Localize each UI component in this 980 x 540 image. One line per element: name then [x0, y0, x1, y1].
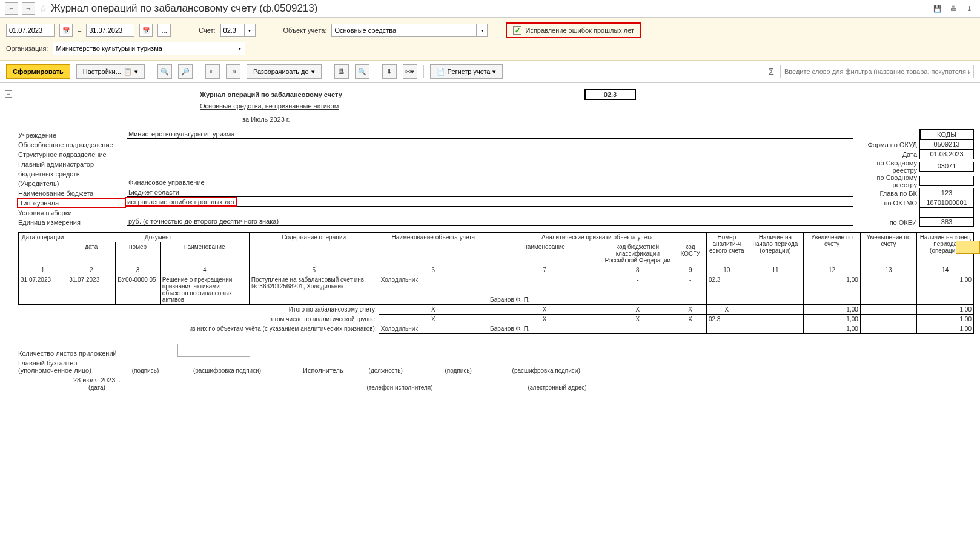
meta-inst-val: Министерство культуры и туризма — [127, 130, 853, 139]
table-row[interactable]: 31.07.2023 31.07.2023 БУ00-0000 05 Решен… — [19, 275, 974, 305]
object-label: Объект учёта: — [283, 27, 327, 34]
meta-sep-label: Обособленное подразделение — [18, 141, 127, 148]
report-title: Журнал операций по забалансовому счету — [200, 91, 342, 98]
report-footer: Количество листов приложений Главный бух… — [18, 344, 974, 391]
find-icon[interactable]: 🔍 — [157, 64, 172, 79]
settings-button[interactable]: Настройки... 📋▾ — [76, 64, 145, 79]
print-icon[interactable]: 🖶 — [947, 2, 959, 15]
code-date: 01.08.2023 — [919, 150, 974, 159]
code-svod1: 03071 — [919, 162, 974, 172]
report-subtitle-link[interactable]: Основные средства, не признанные активом — [200, 102, 339, 110]
form-button[interactable]: Сформировать — [6, 64, 70, 79]
code-glava: 123 — [919, 188, 974, 198]
date-to-cal-icon[interactable]: 📅 — [139, 24, 153, 37]
code-okei: 383 — [919, 218, 974, 227]
sum-icon[interactable]: Σ — [769, 67, 774, 76]
meta-inst-label: Учреждение — [18, 132, 127, 139]
footer-date: 28 июля 2023 г. — [67, 376, 127, 384]
save-icon[interactable]: 💾 — [932, 2, 944, 15]
report-body: − Журнал операций по забалансовому счету… — [0, 83, 980, 399]
account-label: Счет: — [199, 27, 215, 34]
meta-struct-label: Структурное подразделение — [18, 151, 127, 158]
expand-to-button[interactable]: Разворачивать до ▾ — [247, 64, 322, 79]
meta-jtype-label: Тип журнала — [17, 198, 126, 208]
code-svod2 — [919, 176, 974, 186]
titlebar: ← → ☆ Журнал операций по забалансовому с… — [0, 0, 980, 18]
org-label: Организация: — [6, 45, 48, 52]
favorite-icon[interactable]: ☆ — [39, 3, 47, 15]
code-okud: 0509213 — [919, 140, 974, 150]
date-to-input[interactable] — [86, 24, 134, 37]
date-from-cal-icon[interactable]: 📅 — [59, 24, 73, 37]
report-table: Дата операции Документ Содержание операц… — [18, 232, 974, 334]
paste-icon: 📋 — [124, 68, 132, 76]
code-oktmo: 18701000001 — [919, 198, 974, 208]
period-picker-button[interactable]: ... — [157, 24, 171, 37]
toolbar: Сформировать Настройки... 📋▾ 🔍 🔎 ⇤ ⇥ Раз… — [0, 61, 980, 83]
nav-forward-button[interactable]: → — [22, 2, 35, 15]
save-file-icon[interactable]: ⬇ — [382, 64, 397, 79]
meta-jtype-val: исправление ошибок прошлых лет — [125, 197, 237, 207]
report-period: за Июль 2023 г. — [242, 116, 974, 123]
filter-panel: 📅 – 📅 ... Счет: ▾ Объект учёта: ▾ ✓ Испр… — [0, 18, 980, 61]
export-icon[interactable]: ⤓ — [963, 2, 975, 15]
quick-filter-input[interactable] — [780, 65, 974, 78]
sheets-input[interactable] — [177, 344, 250, 357]
meta-unit-val: руб. (с точностью до второго десятичного… — [127, 218, 853, 226]
object-input[interactable] — [331, 24, 477, 37]
meta-budget-val: Бюджет области — [127, 188, 853, 197]
print-button-icon[interactable]: 🖶 — [334, 64, 349, 79]
find-clear-icon[interactable]: 🔎 — [178, 64, 193, 79]
nav-back-button[interactable]: ← — [5, 2, 18, 15]
collapse-icon[interactable]: ⇤ — [205, 64, 220, 79]
register-button[interactable]: 📄 Регистр учета ▾ — [430, 64, 503, 79]
errors-checkbox-wrap: ✓ Исправление ошибок прошлых лет — [506, 22, 641, 38]
codes-header: КОДЫ — [919, 129, 974, 140]
report-account-code: 02.3 — [584, 89, 636, 100]
errors-checkbox-label: Исправление ошибок прошлых лет — [525, 27, 634, 34]
date-from-input[interactable] — [6, 24, 55, 37]
account-dropdown-button[interactable]: ▾ — [245, 24, 256, 37]
code-blank — [919, 208, 974, 218]
account-input[interactable] — [220, 24, 245, 37]
object-dropdown-button[interactable]: ▾ — [477, 24, 488, 37]
date-dash: – — [78, 27, 81, 34]
org-input[interactable] — [53, 42, 234, 55]
collapse-toggle[interactable]: − — [5, 90, 12, 98]
meta-admin-val: Финансовое управление — [127, 179, 853, 187]
total-row: из них по объектам учёта (с указанием ан… — [19, 324, 974, 334]
sheets-label: Количество листов приложений — [18, 350, 117, 357]
email-icon[interactable]: ✉▾ — [403, 64, 417, 79]
expand-icon[interactable]: ⇥ — [226, 64, 240, 79]
org-dropdown-button[interactable]: ▾ — [234, 42, 245, 55]
total-row: в том числе по аналитической группе: ХХХ… — [19, 315, 974, 324]
scroll-tab[interactable] — [956, 241, 980, 254]
total-row: Итого по забалансовому счету: ХХХХХ 1,00… — [19, 305, 974, 315]
page-title: Журнал операций по забалансовому счету (… — [51, 2, 317, 15]
preview-icon[interactable]: 🔍 — [355, 64, 369, 79]
errors-checkbox[interactable]: ✓ — [513, 26, 521, 35]
